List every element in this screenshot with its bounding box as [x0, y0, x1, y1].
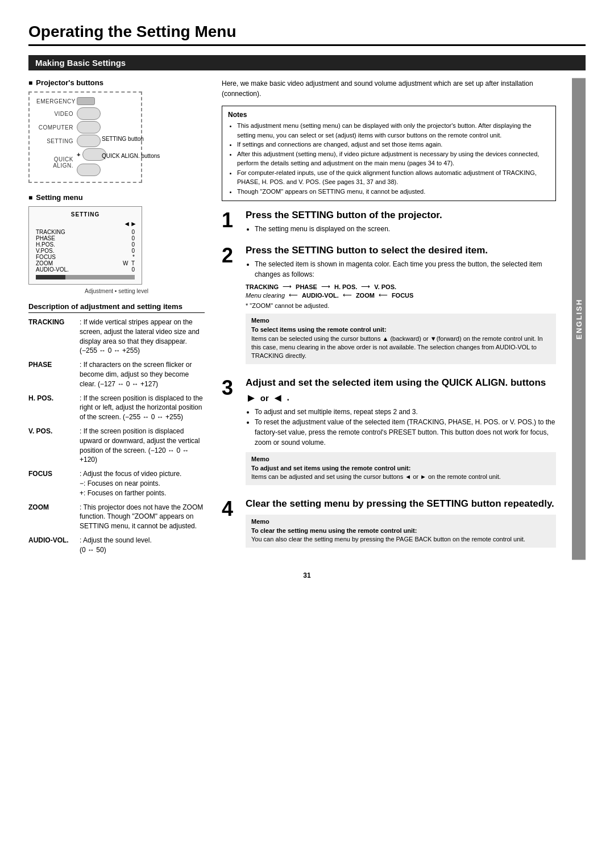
desc-focus: FOCUS : Adjust the focus of video pictur…: [28, 469, 205, 498]
step-3-bullet-1: To adjust and set multiple items, repeat…: [255, 407, 556, 417]
desc-header: Description of adjustment and setting it…: [28, 302, 205, 313]
phase-row: PHASE0: [34, 235, 137, 241]
flow-phase: PHASE: [296, 283, 317, 290]
flow-row-1: TRACKING ⟶ PHASE ⟶ H. POS. ⟶ V. POS.: [246, 283, 556, 290]
phase-def: : If characters on the screen flicker or…: [80, 360, 205, 389]
tracking-def: : If wide vertical stripes appear on the…: [80, 318, 205, 356]
quick-align-button-2: [77, 164, 101, 176]
page-title: Operating the Setting Menu: [28, 23, 586, 46]
memo-title-3: Memo: [251, 456, 550, 462]
step-2-inner: 2 Press the SETTING button to select the…: [222, 244, 556, 369]
flow-arrow-2: ⟶: [321, 283, 330, 290]
tracking-term: TRACKING: [28, 318, 80, 356]
memo-content-3: To adjust and set items using the remote…: [251, 464, 550, 482]
note-item: If settings and connections are changed,…: [237, 140, 550, 149]
flow-arrow-1: ⟶: [283, 283, 292, 290]
step-4-title: Clear the setting menu by pressing the S…: [246, 498, 556, 510]
zoom-term: ZOOM: [28, 503, 80, 531]
hpos-row: H.POS.0: [34, 241, 137, 248]
setting-button-label: SETTING button: [102, 136, 144, 142]
step-2-content: Press the SETTING button to select the d…: [246, 244, 556, 369]
notes-box: Notes This adjustment menu (setting menu…: [222, 106, 556, 201]
zoom-note: * "ZOOM" cannot be adjusted.: [246, 302, 556, 309]
zoom-def: : This projector does not have the ZOOM …: [80, 503, 205, 531]
step-4-number: 4: [222, 498, 246, 552]
intro-text: Here, we make basic video adjustment and…: [222, 78, 556, 99]
desc-table: TRACKING : If wide vertical stripes appe…: [28, 318, 205, 555]
step-1: 1 Press the SETTING button of the projec…: [222, 209, 556, 236]
setting-caption: Adjustment • setting level: [28, 288, 205, 294]
english-sidebar: ENGLISH: [572, 78, 586, 560]
desc-audiovol: AUDIO-VOL. : Adjust the sound level.(0 ↔…: [28, 536, 205, 555]
setting-label: SETTING: [36, 138, 73, 144]
left-column: Projector's buttons EMERGENCY VIDEO COMP…: [28, 78, 205, 560]
step-3-bullets: To adjust and set multiple items, repeat…: [246, 407, 556, 448]
page-number: 31: [28, 571, 586, 579]
step-1-bullet: The setting menu is displayed on the scr…: [255, 224, 556, 234]
computer-label: COMPUTER: [36, 124, 73, 131]
zoom-row: ZOOMW T: [34, 260, 137, 266]
right-column-wrapper: Here, we make basic video adjustment and…: [222, 78, 586, 560]
step-2-title: Press the SETTING button to select the d…: [246, 244, 556, 257]
setting-menu-arrow: ◄►: [34, 220, 137, 228]
memo-subhead-3: To adjust and set items using the remote…: [251, 465, 410, 471]
phase-term: PHASE: [28, 360, 80, 389]
forward-btn: ►: [246, 391, 257, 404]
focus-def: : Adjust the focus of video picture.−: F…: [80, 469, 205, 498]
focus-term: FOCUS: [28, 469, 80, 498]
desc-hpos: H. POS. : If the screen position is disp…: [28, 394, 205, 422]
step-1-content: Press the SETTING button of the projecto…: [246, 209, 556, 236]
step-2-bullet: The selected item is shown in magenta co…: [255, 259, 556, 279]
step-3-content: Adjust and set the selected item using t…: [246, 377, 556, 490]
quick-align-buttons: ► or ◄ .: [246, 391, 556, 404]
vpos-def: : If the screen position is displaced up…: [80, 427, 205, 465]
period: .: [287, 393, 289, 403]
step-4: 4 Clear the setting menu by pressing the…: [222, 498, 556, 552]
tracking-row: TRACKING0: [34, 229, 137, 235]
note-item: For computer-related inputs, use of the …: [237, 168, 550, 187]
step-1-inner: 1 Press the SETTING button of the projec…: [222, 209, 556, 236]
video-button: [77, 107, 101, 120]
step-2-number: 2: [222, 244, 246, 369]
setting-menu-title: Setting menu: [28, 193, 205, 202]
hpos-def: : If the screen position is displaced to…: [80, 394, 205, 422]
flow-vpos: V. POS.: [374, 283, 396, 290]
memo-content-4: To clear the setting menu using the remo…: [251, 527, 550, 544]
desc-phase: PHASE : If characters on the screen flic…: [28, 360, 205, 389]
or-text: or: [260, 393, 269, 403]
computer-button: [77, 121, 101, 133]
quick-align-buttons-label: QUICK ALIGN. buttons: [102, 153, 160, 159]
projector-buttons-title: Projector's buttons: [28, 78, 205, 87]
setting-menu-diagram: SETTING ◄► TRACKING0 PHASE0 H.POS.0 V.PO…: [28, 206, 142, 285]
note-item: Though "ZOOM" appears on SETTING menu, i…: [237, 187, 550, 197]
memo-subhead-4: To clear the setting menu using the remo…: [251, 527, 417, 534]
step-1-number: 1: [222, 209, 246, 236]
audio-vol-row: AUDIO-VOL.0: [34, 266, 137, 273]
step-2-body-intro: The selected item is shown in magenta co…: [246, 259, 556, 279]
notes-title: Notes: [228, 111, 550, 119]
video-label: VIDEO: [36, 111, 73, 117]
memo-box-2: Memo To select items using the remote co…: [246, 314, 556, 364]
step-2: 2 Press the SETTING button to select the…: [222, 244, 556, 369]
memo-subhead-2: To select items using the remote control…: [251, 326, 387, 333]
note-item: After this adjustment (setting menu), if…: [237, 149, 550, 168]
flow-row-2: Menu clearing ⟵ AUDIO-VOL. ⟵ ZOOM ⟵ FOCU…: [246, 291, 556, 299]
step-4-content: Clear the setting menu by pressing the S…: [246, 498, 556, 552]
flow-hpos: H. POS.: [334, 283, 357, 290]
step-1-title: Press the SETTING button of the projecto…: [246, 209, 556, 222]
note-item: This adjustment menu (setting menu) can …: [237, 121, 550, 140]
memo-box-4: Memo To clear the setting menu using the…: [246, 515, 556, 548]
flow-arrow-6: ⟵: [379, 291, 388, 299]
hpos-term: H. POS.: [28, 394, 80, 422]
focus-row: FOCUS*: [34, 254, 137, 260]
setting-menu-heading: SETTING: [34, 211, 137, 218]
flow-audiovol: AUDIO-VOL.: [302, 292, 339, 299]
flow-menu-clearing: Menu clearing: [246, 292, 285, 299]
flow-arrow-5: ⟵: [343, 291, 352, 299]
projector-diagram: EMERGENCY VIDEO COMPUTER SETTING SETTING…: [28, 91, 142, 183]
emergency-label: EMERGENCY: [36, 98, 73, 105]
level-bar: [36, 275, 135, 279]
quick-align-label: QUICKALIGN.: [36, 156, 73, 169]
flow-arrow-3: ⟶: [361, 283, 370, 290]
emergency-button: [77, 97, 95, 105]
